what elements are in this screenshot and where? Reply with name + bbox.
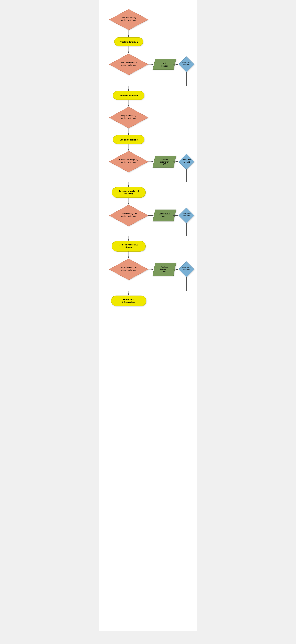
- realized-infra-label3: ture: [163, 271, 166, 273]
- implementation-label: Implementation by: [121, 266, 137, 268]
- tech-options-label3: SES: [163, 163, 166, 165]
- joint-task-def-label: Joint task definition: [119, 94, 138, 97]
- realized-infra-label: Realized: [161, 266, 168, 268]
- task-def-para: [153, 59, 176, 70]
- participation1-label2: moment 1: [183, 64, 190, 66]
- detailed-design-label: Detailed design by: [121, 212, 137, 214]
- participation4-label2: moment 4: [183, 269, 190, 271]
- flowchart-svg: Task definition by design performer Prob…: [101, 4, 195, 627]
- design-conditions-label: Design conditions: [120, 139, 138, 141]
- participation2-label: Participation: [182, 159, 191, 161]
- diagram-container: Task definition by design performer Prob…: [99, 0, 197, 631]
- detailed-ses-label2: design: [162, 215, 167, 218]
- conceptual-design-label: Conceptual design by: [119, 158, 138, 161]
- task-def-para-label2: definition: [160, 65, 168, 67]
- participation4-label: Particiaption: [182, 266, 191, 268]
- implementation-label2: design performer: [121, 269, 136, 271]
- detailed-design-label2: design performer: [121, 215, 136, 217]
- participation2-label2: moment 2: [183, 161, 190, 163]
- task-def-para-label: Task: [162, 62, 166, 64]
- selection-preferred-label: Selection of preferred: [119, 190, 139, 192]
- participation3-label2: moment 3: [183, 215, 190, 217]
- realized-infra-label2: infrastruc-: [160, 268, 168, 270]
- tech-options-label2: options for: [160, 161, 169, 163]
- selection-preferred-label2: SES design: [123, 192, 134, 194]
- task-clarif-label: Task clarification by: [120, 61, 137, 64]
- requirements-label: Requirements by: [121, 114, 136, 117]
- operational-label: Operational: [123, 298, 134, 300]
- joined-detailed-label: Joined detailed SES: [119, 244, 138, 246]
- task-def-label: Task definition by: [121, 16, 136, 19]
- problem-def-label: Problem definition: [120, 41, 138, 43]
- joined-detailed-label2: design: [126, 246, 132, 248]
- detailed-ses-label: Detailed SES: [159, 213, 170, 215]
- participation3-label: Participation: [182, 213, 191, 214]
- task-clarif-label2: design performer: [121, 64, 136, 66]
- requirements-label2: design performer: [121, 117, 136, 119]
- participation1-label: Participation: [182, 62, 191, 64]
- conceptual-design-label2: design performer: [121, 161, 136, 163]
- tech-options-label: Technical: [161, 159, 168, 161]
- operational-label2: infrastructure: [122, 301, 135, 303]
- task-def-label2: design performer: [121, 19, 136, 21]
